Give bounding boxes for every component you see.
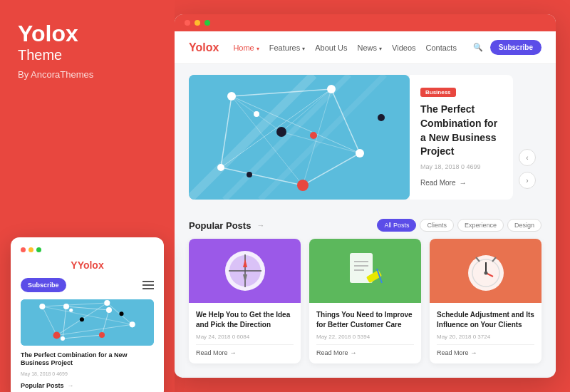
card-image-3 bbox=[430, 239, 542, 303]
svg-point-9 bbox=[130, 321, 135, 327]
hero-badge: Business bbox=[420, 88, 456, 97]
mobile-logo: YYolox bbox=[21, 259, 154, 271]
post-card-1: We Help You to Get the Idea and Pick the… bbox=[189, 239, 301, 363]
browser-titlebar bbox=[175, 14, 556, 31]
hero-prev-button[interactable]: ‹ bbox=[519, 149, 536, 166]
nav-item-contacts[interactable]: Contacts bbox=[426, 43, 457, 52]
hero-info: Business The Perfect Combination for a N… bbox=[410, 75, 513, 200]
post-card-2: Things You Need to Improve for Better Cu… bbox=[309, 239, 421, 363]
hero-next-button[interactable]: › bbox=[519, 172, 536, 189]
site-nav: Yolox Home ▾ Features ▾ About Us News ▾ … bbox=[175, 31, 556, 64]
card-image-2 bbox=[309, 239, 421, 303]
card-body-1: We Help You to Get the Idea and Pick the… bbox=[189, 303, 301, 363]
card-meta-3: May 20, 2018 0 3724 bbox=[437, 334, 534, 340]
brand-subtitle: Theme bbox=[18, 46, 157, 63]
left-panel: Yolox Theme By AncoraThemes YYolox Subsc… bbox=[0, 0, 175, 392]
svg-point-8 bbox=[104, 300, 110, 306]
svg-point-34 bbox=[378, 114, 385, 121]
popular-filters: All Posts Clients Experience Design bbox=[377, 219, 542, 232]
svg-line-5 bbox=[57, 303, 108, 335]
svg-line-1 bbox=[42, 303, 107, 306]
by-text: By AncoraThemes bbox=[18, 69, 157, 80]
card-title-3: Schedule Adjustment and Its Influence on… bbox=[437, 310, 534, 330]
mobile-subscribe-button[interactable]: Subscribe bbox=[21, 278, 66, 292]
mobile-hamburger-icon[interactable] bbox=[142, 281, 154, 289]
mobile-popular-arrow: → bbox=[68, 382, 74, 389]
mobile-dot-red bbox=[21, 247, 26, 252]
filter-experience[interactable]: Experience bbox=[457, 219, 504, 232]
svg-line-3 bbox=[107, 303, 132, 324]
nav-item-about[interactable]: About Us bbox=[315, 43, 347, 52]
svg-point-7 bbox=[39, 304, 45, 309]
card-meta-1: May 24, 2018 0 6084 bbox=[196, 334, 294, 340]
svg-line-2 bbox=[42, 306, 56, 335]
svg-point-35 bbox=[247, 172, 252, 177]
nav-item-videos[interactable]: Videos bbox=[392, 43, 415, 52]
mobile-post-meta: May 18, 2018 0 4699 bbox=[21, 371, 154, 376]
card-body-2: Things You Need to Improve for Better Cu… bbox=[309, 303, 421, 363]
card-readmore-3[interactable]: Read More bbox=[437, 344, 534, 356]
svg-point-28 bbox=[356, 149, 364, 158]
svg-point-12 bbox=[69, 308, 73, 311]
hero-title: The Perfect Combination for a New Busine… bbox=[420, 103, 502, 158]
nav-items: Home ▾ Features ▾ About Us News ▾ Videos… bbox=[233, 43, 472, 52]
popular-section: Popular Posts → All Posts Clients Experi… bbox=[175, 210, 556, 372]
popular-title-row: Popular Posts → bbox=[189, 220, 264, 231]
browser-content: Yolox Home ▾ Features ▾ About Us News ▾ … bbox=[175, 31, 556, 376]
svg-point-55 bbox=[484, 272, 487, 275]
mobile-dot-green bbox=[36, 247, 41, 252]
mobile-mockup: YYolox Subscribe bbox=[11, 237, 164, 392]
popular-title: Popular Posts bbox=[189, 220, 251, 231]
browser-dot-red bbox=[185, 20, 190, 26]
svg-point-33 bbox=[310, 132, 317, 139]
nav-item-news[interactable]: News ▾ bbox=[358, 43, 383, 52]
svg-rect-0 bbox=[21, 299, 154, 346]
mobile-hero-image bbox=[21, 299, 154, 346]
svg-point-29 bbox=[297, 180, 309, 191]
svg-point-10 bbox=[53, 331, 60, 339]
svg-line-6 bbox=[42, 306, 132, 324]
svg-point-27 bbox=[327, 85, 336, 93]
svg-point-26 bbox=[227, 92, 236, 100]
nav-item-home[interactable]: Home ▾ bbox=[233, 43, 259, 52]
filter-design[interactable]: Design bbox=[507, 219, 542, 232]
hero-readmore-link[interactable]: Read More bbox=[420, 179, 502, 187]
hero-image bbox=[189, 75, 410, 200]
post-cards: We Help You to Get the Idea and Pick the… bbox=[189, 239, 542, 363]
brand-title: Yolox bbox=[18, 21, 157, 46]
mobile-post-title: The Perfect Combination for a New Busine… bbox=[21, 351, 154, 368]
svg-point-13 bbox=[119, 311, 123, 316]
card-title-1: We Help You to Get the Idea and Pick the… bbox=[196, 310, 294, 330]
svg-point-30 bbox=[217, 164, 224, 171]
mobile-subscribe-row: Subscribe bbox=[21, 278, 154, 292]
svg-point-32 bbox=[254, 111, 259, 117]
nav-item-features[interactable]: Features ▾ bbox=[269, 43, 305, 52]
popular-header: Popular Posts → All Posts Clients Experi… bbox=[189, 219, 542, 232]
mobile-dot-yellow bbox=[28, 247, 33, 252]
search-icon[interactable]: 🔍 bbox=[473, 43, 483, 52]
browser-dot-yellow bbox=[195, 20, 200, 26]
mobile-browser-dots bbox=[21, 247, 154, 252]
card-meta-2: May 22, 2018 0 5394 bbox=[316, 334, 414, 340]
hero-section: Business The Perfect Combination for a N… bbox=[175, 64, 556, 210]
hero-meta: May 18, 2018 0 4699 bbox=[420, 163, 502, 170]
mobile-popular-label: Popular Posts bbox=[21, 382, 64, 389]
card-body-3: Schedule Adjustment and Its Influence on… bbox=[430, 303, 542, 363]
svg-point-31 bbox=[276, 127, 286, 137]
filter-clients[interactable]: Clients bbox=[420, 219, 454, 232]
svg-point-11 bbox=[80, 317, 84, 321]
card-readmore-2[interactable]: Read More bbox=[316, 344, 414, 356]
nav-subscribe-button[interactable]: Subscribe bbox=[490, 40, 542, 55]
popular-arrow-icon: → bbox=[256, 221, 264, 229]
mobile-popular-bar: Popular Posts → bbox=[21, 382, 154, 389]
svg-line-4 bbox=[57, 324, 133, 335]
card-title-2: Things You Need to Improve for Better Cu… bbox=[316, 310, 414, 330]
post-card-3: Schedule Adjustment and Its Influence on… bbox=[430, 239, 542, 363]
card-image-1 bbox=[189, 239, 301, 303]
hero-navigation: ‹ › bbox=[513, 75, 542, 200]
browser-dot-green bbox=[204, 20, 210, 26]
site-logo: Yolox bbox=[189, 41, 219, 54]
filter-all-posts[interactable]: All Posts bbox=[377, 219, 416, 232]
desktop-browser: Yolox Home ▾ Features ▾ About Us News ▾ … bbox=[175, 14, 556, 378]
card-readmore-1[interactable]: Read More bbox=[196, 344, 294, 356]
